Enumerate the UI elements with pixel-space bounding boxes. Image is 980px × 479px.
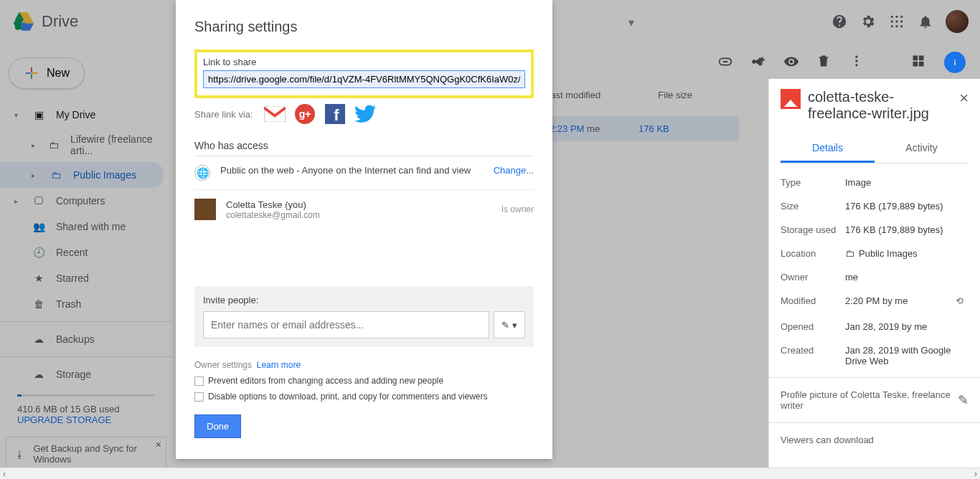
globe-icon: 🌐 [194,165,210,181]
history-icon[interactable]: ⟲ [956,295,969,308]
file-title: coletta-teske-freelance-writer.jpg [808,89,952,122]
invite-input[interactable] [203,311,489,338]
share-link-input[interactable] [203,70,525,88]
tab-details[interactable]: Details [781,135,875,163]
location-folder[interactable]: 🗀Public Images [845,248,918,259]
svg-rect-22 [913,62,918,67]
svg-point-17 [855,56,857,58]
folder-icon: 🗀 [845,248,854,259]
disable-download-checkbox[interactable] [194,392,204,402]
invite-permission-button[interactable]: ✎ ▾ [494,311,525,338]
svg-point-19 [855,64,857,66]
svg-point-18 [855,60,857,62]
share-icon[interactable] [750,54,768,71]
done-button[interactable]: Done [194,414,241,438]
twitter-icon[interactable] [354,103,377,125]
owner-label: Is owner [501,204,534,214]
tab-activity[interactable]: Activity [875,135,969,163]
svg-text:f: f [334,106,339,124]
more-actions-icon[interactable] [849,54,867,71]
owner-avatar [194,199,216,220]
access-public-row: 🌐 Public on the web - Anyone on the Inte… [194,156,534,190]
horizontal-scrollbar[interactable]: ‹› [0,468,980,479]
svg-rect-20 [913,56,918,61]
sharing-dialog: Sharing settings Link to share Share lin… [176,0,552,459]
invite-label: Invite people: [203,295,525,305]
svg-text:g+: g+ [298,108,311,120]
facebook-icon[interactable]: f [324,103,347,125]
preview-icon[interactable] [783,54,801,71]
details-panel: coletta-teske-freelance-writer.jpg × Det… [768,79,980,468]
who-has-access-title: Who has access [194,140,534,151]
link-share-label: Link to share [203,57,525,67]
dialog-title: Sharing settings [194,19,534,35]
owner-email: colettateske@gmail.com [226,210,320,220]
info-icon[interactable] [944,52,966,73]
share-via-label: Share link via: [194,109,253,120]
prevent-editors-checkbox[interactable] [194,376,204,386]
gmail-icon[interactable] [263,103,286,125]
file-thumbnail-icon [781,89,801,109]
invite-block: Invite people: ✎ ▾ [194,286,534,347]
owner-name: Coletta Teske (you) [226,199,320,210]
viewers-permission: Viewers can download [781,435,874,445]
file-description: Profile picture of Coletta Teske, freela… [781,389,951,411]
edit-icon[interactable]: ✎ [958,392,969,408]
svg-rect-24 [264,106,285,122]
link-share-highlight: Link to share [194,49,534,98]
access-owner-row: Coletta Teske (you) colettateske@gmail.c… [194,190,534,229]
googleplus-icon[interactable]: g+ [293,103,316,125]
get-link-icon[interactable] [717,54,735,71]
svg-rect-23 [919,62,924,67]
delete-icon[interactable] [816,54,834,71]
change-access-link[interactable]: Change... [494,165,534,176]
learn-more-link[interactable]: Learn more [257,360,301,370]
close-icon[interactable]: × [959,89,969,108]
grid-view-icon[interactable] [911,54,928,71]
svg-rect-21 [919,56,924,61]
